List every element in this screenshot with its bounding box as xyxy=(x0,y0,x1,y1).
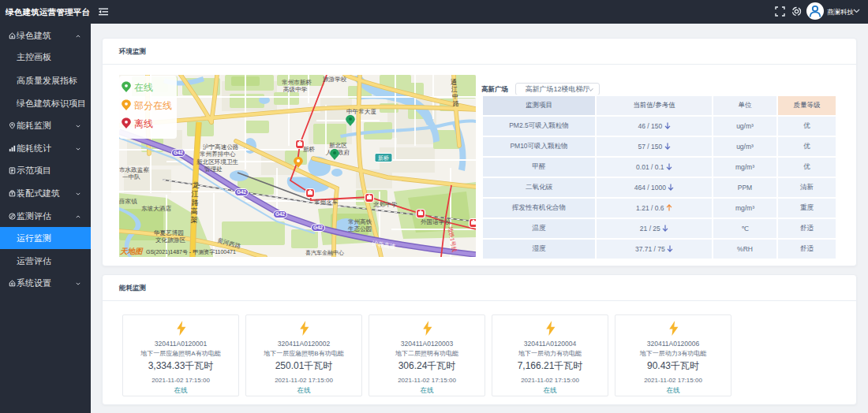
svg-text:常州高铁: 常州高铁 xyxy=(348,218,372,225)
svg-text:新北区环境卫生: 新北区环境卫生 xyxy=(196,158,239,166)
svg-text:路: 路 xyxy=(453,100,459,107)
svg-text:江: 江 xyxy=(192,190,199,198)
svg-text:G42: G42 xyxy=(275,211,286,217)
svg-text:常州养排中心: 常州养排中心 xyxy=(200,151,236,158)
svg-text:G42: G42 xyxy=(237,189,247,195)
svg-text:高级中学: 高级中学 xyxy=(283,86,308,93)
svg-text:新北区: 新北区 xyxy=(329,142,347,149)
svg-text:华夏艺博园: 华夏艺博园 xyxy=(153,229,184,236)
svg-text:一中队: 一中队 xyxy=(122,173,140,180)
svg-text:北郊中学: 北郊中学 xyxy=(373,201,398,208)
svg-text:旅游学校: 旅游学校 xyxy=(323,76,347,83)
svg-text:外国语学校: 外国语学校 xyxy=(421,218,451,225)
svg-text:中: 中 xyxy=(452,93,458,100)
svg-text:G42: G42 xyxy=(174,150,184,155)
svg-text:架: 架 xyxy=(191,216,198,224)
svg-text:离线: 离线 xyxy=(134,118,153,129)
svg-text:路: 路 xyxy=(192,199,199,206)
svg-text:管理处: 管理处 xyxy=(204,166,223,173)
svg-text:沪宁高速公路: 沪宁高速公路 xyxy=(203,143,239,151)
svg-text:部分在线: 部分在线 xyxy=(133,100,172,111)
svg-text:生态公园: 生态公园 xyxy=(347,225,372,233)
svg-text:通: 通 xyxy=(451,78,457,86)
svg-text:文化旅游区: 文化旅游区 xyxy=(155,236,185,244)
svg-text:高: 高 xyxy=(191,207,198,215)
svg-text:G42: G42 xyxy=(313,225,324,230)
svg-text:中午常大厦: 中午常大厦 xyxy=(346,108,376,115)
svg-text:在线: 在线 xyxy=(134,82,153,93)
svg-text:喜汽车金融中心: 喜汽车金融中心 xyxy=(305,250,344,256)
svg-text:天地图: 天地图 xyxy=(119,247,144,255)
svg-text:常州火车: 常州火车 xyxy=(314,199,339,206)
svg-text:龙: 龙 xyxy=(193,181,200,189)
svg-text:常州市新桥: 常州市新桥 xyxy=(282,79,312,86)
svg-text:江: 江 xyxy=(451,86,458,93)
svg-text:市水政监察: 市水政监察 xyxy=(119,166,149,173)
svg-text:新桥: 新桥 xyxy=(303,146,316,153)
svg-text:GS(2021)1487号 - 甲测资字1100471: GS(2021)1487号 - 甲测资字1100471 xyxy=(146,249,236,255)
svg-text:薛家镇: 薛家镇 xyxy=(119,198,137,205)
svg-text:东坡大酒店: 东坡大酒店 xyxy=(141,205,171,212)
svg-text:新桥: 新桥 xyxy=(378,154,389,161)
